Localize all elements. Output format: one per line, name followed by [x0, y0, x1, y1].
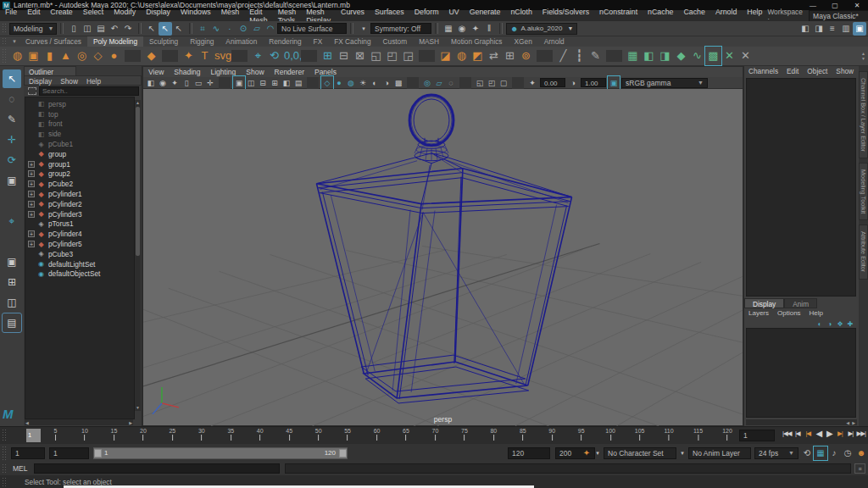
snap-to-origin-icon[interactable]: 0,0,0: [282, 47, 298, 65]
save-scene-icon[interactable]: ▤: [94, 22, 108, 36]
layer-editor-tab[interactable]: Anim: [784, 298, 817, 308]
scroll-up-arrow[interactable]: ▲: [135, 100, 141, 106]
range-end-handle[interactable]: [339, 449, 347, 458]
go-to-end-button[interactable]: ▶▶|: [856, 430, 867, 437]
expand-toggle[interactable]: [28, 120, 35, 127]
poly-disc-icon[interactable]: ●: [106, 47, 122, 65]
ipr-render-icon[interactable]: ◉: [455, 22, 469, 36]
outliner-item[interactable]: ◉ defaultLightSet: [25, 259, 134, 269]
camera-attributes-icon[interactable]: ✦: [169, 76, 181, 90]
lasso-select-tool[interactable]: ◌: [3, 90, 21, 108]
boolean-union-icon[interactable]: ◱: [368, 47, 384, 65]
render-frame-icon[interactable]: ▦: [442, 22, 455, 36]
expand-toggle[interactable]: [28, 270, 35, 277]
outliner-vertical-scrollbar[interactable]: ▲ ▼: [135, 100, 141, 411]
separator[interactable]: [125, 50, 141, 62]
go-to-start-button[interactable]: |◀◀: [782, 430, 793, 437]
time-slider-track[interactable]: 5101520253035404550556065707580859095100…: [24, 428, 732, 443]
paint-select-tool[interactable]: ✎: [3, 110, 21, 129]
rotate-tool[interactable]: ⟳: [3, 151, 21, 169]
shadows-icon[interactable]: ◐: [369, 76, 381, 90]
shelf-tab[interactable]: XGen: [509, 36, 538, 47]
separator[interactable]: [537, 50, 553, 62]
ep-curve-tool-icon[interactable]: ┇: [571, 47, 587, 65]
lights-icon[interactable]: ☀: [357, 76, 369, 90]
exposure-icon[interactable]: ✦: [526, 76, 538, 90]
image-plane-icon[interactable]: ▭: [192, 76, 204, 90]
screen-space-ao-icon[interactable]: ◑: [381, 76, 392, 90]
scrollbar-thumb[interactable]: [136, 107, 140, 256]
outliner-menu-item[interactable]: Display: [25, 76, 56, 85]
menu-set-dropdown[interactable]: Modeling▼: [9, 23, 57, 35]
anim-layer-dropdown[interactable]: No Anim Layer: [688, 447, 751, 459]
bevel-icon[interactable]: ◪: [437, 47, 453, 65]
open-scene-icon[interactable]: ◫: [81, 22, 94, 36]
snap-view-plane-icon[interactable]: ▱: [250, 22, 264, 36]
playback-end-field[interactable]: 120: [508, 447, 550, 459]
super-shape-icon[interactable]: ✦: [181, 47, 197, 65]
sculpt-cube-icon[interactable]: ◆: [673, 47, 689, 65]
separator[interactable]: [301, 50, 317, 62]
drag-handle[interactable]: [2, 429, 8, 442]
separator[interactable]: [459, 77, 471, 89]
symmetry-field[interactable]: Symmetry: Off: [370, 23, 431, 34]
layer-editor-menu-item[interactable]: Layers: [744, 308, 773, 318]
layer-editor-tab[interactable]: Display: [744, 298, 784, 308]
outliner-item[interactable]: ◧ side: [25, 129, 134, 139]
mirror-icon[interactable]: ⇄: [486, 47, 502, 65]
channel-box-menu-item[interactable]: Show: [832, 66, 858, 77]
shelf-scroll-arrows[interactable]: ▲▼: [861, 51, 865, 61]
layer-visibility-icon[interactable]: ◐: [815, 318, 825, 327]
scroll-right-arrow[interactable]: ▶: [129, 420, 132, 425]
two-pane-side-icon[interactable]: ◫: [245, 76, 257, 90]
step-forward-key-button[interactable]: ▶|: [835, 430, 846, 437]
soft-select-icon[interactable]: ∿: [689, 47, 705, 65]
step-back-frame-button[interactable]: |◀: [793, 430, 804, 437]
shelf-tab[interactable]: MASH: [413, 36, 445, 47]
chevron-down-icon[interactable]: ▾: [357, 22, 370, 36]
four-pane-layout-button[interactable]: ⊞: [3, 273, 21, 291]
search-input[interactable]: [39, 86, 139, 96]
range-start-handle[interactable]: [94, 449, 102, 458]
character-controls-button[interactable]: ☻: [854, 446, 868, 460]
shelf-tab[interactable]: Curves / Surfaces: [19, 36, 87, 47]
separator[interactable]: [162, 50, 178, 62]
tool-settings-toggle-icon[interactable]: ◨: [812, 22, 826, 36]
expand-toggle[interactable]: +: [28, 230, 35, 237]
workspace-dropdown[interactable]: Maya Classic*▼: [809, 10, 868, 22]
outliner-item[interactable]: ◧ front: [25, 119, 134, 130]
channel-box-menu-item[interactable]: Edit: [782, 66, 803, 77]
expand-toggle[interactable]: [28, 151, 35, 158]
lock-camera-icon[interactable]: ◉: [157, 76, 169, 90]
outliner-item[interactable]: + ◆ pCylinder2: [25, 199, 134, 209]
layer-list-empty-area[interactable]: [746, 328, 856, 418]
channel-box-empty-area[interactable]: [746, 78, 856, 297]
channel-box-menu-item[interactable]: Channels: [744, 66, 782, 77]
play-backwards-button[interactable]: ◀: [814, 429, 825, 438]
relax-brush-icon[interactable]: ◧: [641, 47, 657, 65]
outliner-pane-icon[interactable]: ◧: [281, 76, 292, 90]
outliner-item[interactable]: ◧ top: [25, 109, 134, 119]
poly-cylinder-icon[interactable]: ▮: [42, 47, 58, 65]
svg-tool-icon[interactable]: svg: [213, 47, 229, 65]
outliner-item[interactable]: + ◆ pCylinder1: [25, 189, 134, 199]
symmetrize-icon[interactable]: ✕: [737, 47, 754, 65]
outliner-menu-item[interactable]: Help: [82, 76, 105, 85]
copy-pane-icon[interactable]: ◱: [474, 76, 486, 90]
scroll-right-arrow[interactable]: ▶: [852, 420, 855, 425]
scroll-down-arrow[interactable]: ▼: [135, 405, 141, 411]
live-surface-field[interactable]: No Live Surface: [277, 23, 347, 34]
layer-playback-icon[interactable]: ◑: [825, 318, 835, 327]
expand-toggle[interactable]: +: [28, 241, 35, 247]
four-pane-icon[interactable]: ⊞: [269, 76, 281, 90]
scale-tool[interactable]: ▣: [3, 171, 21, 190]
layer-editor-menu-item[interactable]: Options: [773, 308, 805, 318]
separator[interactable]: [606, 50, 622, 62]
snap-point-icon[interactable]: ∙: [223, 22, 236, 36]
animation-start-field[interactable]: 1: [11, 447, 45, 459]
sidebar-tab[interactable]: Channel Box / Layer Editor: [859, 71, 868, 158]
two-pane-stacked-icon[interactable]: ⊟: [257, 76, 269, 90]
outliner-item[interactable]: + ◆ pCylinder4: [25, 229, 134, 239]
type-tool-icon[interactable]: T: [197, 47, 213, 65]
playback-start-field[interactable]: 1: [49, 447, 89, 459]
